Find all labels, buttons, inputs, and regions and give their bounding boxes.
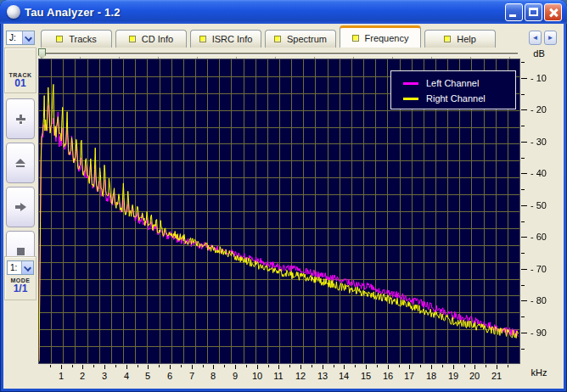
frequency-slider-track[interactable] [40,53,518,54]
y-axis-label: - 30 [531,137,547,147]
x-axis-label: 14 [339,371,349,381]
tab-isrc-info[interactable]: ISRC Info [190,30,261,48]
x-axis-label: 7 [189,371,194,381]
y-axis-label: - 90 [531,328,547,338]
tab-spectrum[interactable]: Spectrum [265,30,336,48]
x-axis-tick [508,365,508,367]
y-axis-label: - 80 [531,295,547,305]
x-axis-tick [388,365,389,369]
flag-icon [352,35,359,42]
x-axis-tick [453,365,454,369]
x-axis-tick [72,365,73,367]
tab-cd-info[interactable]: CD Info [115,30,187,48]
x-axis-label: 3 [102,371,107,381]
x-axis-unit: kHz [525,367,553,378]
tab-frequency[interactable]: Frequency [340,25,421,48]
chevron-down-icon[interactable] [21,261,33,274]
minimize-button[interactable] [505,3,523,21]
x-axis-tick [486,365,486,367]
x-axis-tick [312,365,312,367]
x-axis-tick [464,365,465,367]
legend-swatch [403,82,418,85]
x-axis-label: 21 [491,371,502,381]
x-axis-label: 18 [426,371,436,381]
x-axis-tick [399,365,400,367]
y-axis-tick [521,333,527,333]
y-axis-label: - 70 [531,264,547,274]
x-axis-tick [409,365,410,369]
x-axis-tick [170,365,171,369]
y-axis-label: - 60 [531,232,547,242]
x-axis-tick [344,365,345,369]
y-axis-tick [521,109,527,110]
x-axis-label: 2 [80,371,85,381]
y-axis-tick [521,78,527,79]
x-axis-tick [104,365,105,369]
x-axis-label: 17 [404,371,414,381]
legend-item: Left Channel [403,76,515,91]
title-bar[interactable]: Tau Analyzer - 1.2 [0,0,567,24]
x-axis-label: 1 [59,371,64,381]
x-axis-tick [431,365,432,369]
legend-item: Right Channel [403,91,515,106]
tab-help[interactable]: Help [424,30,496,48]
flag-icon [274,36,281,42]
app-window: Tau Analyzer - 1.2 J: TracksCD InfoISRC … [0,0,567,392]
tab-label: Spectrum [287,34,327,44]
app-icon [7,5,20,19]
y-axis-tick [521,221,525,222]
x-axis-tick [138,365,138,367]
tab-tracks[interactable]: Tracks [41,30,112,48]
forward-icon [15,203,26,211]
x-axis-tick [334,365,334,367]
x-axis-label: 6 [167,371,172,381]
y-axis-tick [521,349,525,350]
x-axis-label: 15 [361,371,371,381]
x-axis-tick [497,365,497,369]
tab-scroll-right-button[interactable]: ► [544,31,557,45]
x-axis-label: 9 [233,371,238,381]
x-axis-tick [323,365,323,369]
tab-scroll-left-button[interactable]: ◄ [529,31,542,45]
x-axis-tick [224,365,225,367]
x-axis-tick [474,365,475,369]
x-axis-label: 16 [383,371,393,381]
eject-icon [15,159,25,167]
tab-label: Tracks [69,34,97,44]
maximize-button[interactable] [525,3,542,21]
y-axis-label: - 40 [531,168,547,178]
x-axis-tick [115,365,116,367]
legend-label: Left Channel [426,78,479,88]
legend-swatch [403,98,418,100]
x-axis-tick [235,365,236,369]
close-button[interactable] [544,3,562,21]
x-axis-tick [442,365,443,367]
y-axis-label: - 10 [531,73,547,83]
legend: Left ChannelRight Channel [390,70,516,109]
x-axis-label: 10 [252,371,262,381]
x-axis-tick [420,365,421,367]
stop-icon [17,248,25,255]
x-axis-tick [50,365,51,367]
mode-combo-value: 1: [8,261,21,274]
x-axis-label: 13 [317,371,328,381]
flag-icon [199,36,206,42]
y-axis-tick [521,237,527,238]
frequency-plot-region: Left ChannelRight Channel dB kHz - 10- 2… [37,48,564,389]
mode-combo[interactable]: 1: [7,260,34,275]
x-axis-tick [355,365,356,367]
y-axis-tick [521,300,527,301]
y-axis-tick [521,205,527,206]
x-axis-tick [289,365,290,367]
y-axis-label: - 50 [531,200,547,210]
x-axis-label: 12 [295,371,306,381]
eject-button[interactable] [6,143,35,183]
y-axis-tick [521,142,527,143]
tab-label: ISRC Info [212,34,253,44]
x-axis-tick [61,365,62,369]
x-axis-label: 5 [145,371,150,381]
forward-button[interactable] [6,187,35,227]
x-axis-tick [148,365,149,369]
minimize-icon [509,14,516,17]
plus-button[interactable] [6,98,35,139]
